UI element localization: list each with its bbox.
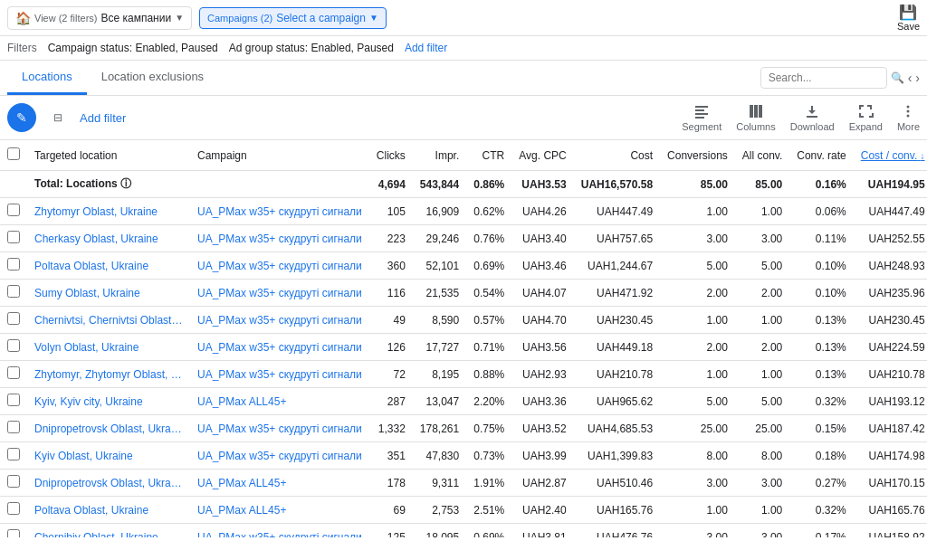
row-checkbox-cell[interactable] [0, 415, 27, 442]
row-checkbox[interactable] [7, 366, 20, 379]
row-checkbox[interactable] [7, 204, 20, 216]
view-selector[interactable]: 🏠 View (2 filters) Все кампании ▼ [7, 6, 192, 30]
row-campaign-cell[interactable]: UA_PMax w35+ скудруті сигнали [190, 334, 369, 361]
save-button[interactable]: 💾 Save [897, 4, 920, 32]
adgroup-status-filter[interactable]: Ad group status: Enabled, Paused [229, 42, 394, 54]
row-checkbox-cell[interactable] [0, 442, 27, 470]
row-campaign-cell[interactable]: UA_PMax ALL45+ [190, 470, 369, 497]
tab-location-exclusions[interactable]: Location exclusions [87, 61, 218, 95]
row-location-cell[interactable]: Cherkasy Oblast, Ukraine [27, 225, 190, 252]
row-campaign-cell[interactable]: UA_PMax w35+ скудруті сигнали [190, 252, 369, 280]
row-campaign-cell[interactable]: UA_PMax w35+ скудруті сигнали [190, 307, 369, 334]
row-all-conv-cell: 3.00 [735, 470, 789, 497]
col-header-avg-cpc[interactable]: Avg. CPC [511, 140, 573, 171]
data-table: Targeted location Campaign Clicks Impr. … [0, 140, 927, 537]
row-checkbox-cell[interactable] [0, 252, 27, 280]
row-checkbox-cell[interactable] [0, 361, 27, 388]
col-header-location[interactable]: Targeted location [27, 140, 190, 171]
row-checkbox[interactable] [7, 394, 20, 406]
row-campaign-cell[interactable]: UA_PMax ALL45+ [190, 497, 369, 524]
campaign-selector[interactable]: Campaigns (2) Select a campaign ▼ [199, 7, 387, 29]
col-header-cost[interactable]: Cost [574, 140, 660, 171]
download-button[interactable]: Download [790, 103, 835, 132]
row-location-cell[interactable]: Volyn Oblast, Ukraine [27, 334, 190, 361]
col-header-all-conv[interactable]: All conv. [735, 140, 789, 171]
row-impr-cell: 18,095 [413, 524, 466, 538]
row-checkbox[interactable] [7, 448, 20, 460]
row-location-cell[interactable]: Chernihiv Oblast, Ukraine [27, 524, 190, 538]
row-checkbox-cell[interactable] [0, 280, 27, 307]
search-input[interactable] [760, 67, 887, 89]
prev-page-icon[interactable]: ‹ [908, 71, 913, 85]
filter-button[interactable]: ⊟ [43, 103, 72, 132]
row-checkbox-cell[interactable] [0, 225, 27, 252]
tab-locations[interactable]: Locations [7, 61, 87, 95]
add-filter-link[interactable]: Add filter [405, 42, 447, 54]
row-checkbox[interactable] [7, 475, 20, 488]
row-location-cell[interactable]: Dnipropetrovsk Oblast, Ukraine [27, 415, 190, 442]
row-location-cell[interactable]: Poltava Oblast, Ukraine [27, 497, 190, 524]
row-checkbox-cell[interactable] [0, 334, 27, 361]
row-location-cell[interactable]: Chernivtsi, Chernivtsi Oblast, Ukraine [27, 307, 190, 334]
row-checkbox[interactable] [7, 502, 20, 515]
row-campaign-cell[interactable]: UA_PMax w35+ скудруті сигнали [190, 280, 369, 307]
col-header-campaign[interactable]: Campaign [190, 140, 369, 171]
row-impr-cell: 17,727 [413, 334, 466, 361]
row-campaign-cell[interactable]: UA_PMax w35+ скудруті сигнали [190, 442, 369, 470]
row-checkbox-cell[interactable] [0, 470, 27, 497]
total-conversions-cell: 85.00 [660, 171, 735, 198]
more-icon [900, 103, 916, 119]
row-location-cell[interactable]: Zhytomyr, Zhytomyr Oblast, Ukraine [27, 361, 190, 388]
row-ctr-cell: 0.75% [466, 415, 511, 442]
total-ctr-cell: 0.86% [466, 171, 511, 198]
segment-button[interactable]: Segment [682, 103, 722, 132]
row-checkbox[interactable] [7, 258, 20, 271]
col-header-conv-rate[interactable]: Conv. rate [789, 140, 853, 171]
svg-point-10 [907, 115, 910, 118]
row-checkbox[interactable] [7, 312, 20, 325]
col-header-cost-conv[interactable]: Cost / conv. ↓ [854, 140, 927, 171]
row-checkbox[interactable] [7, 421, 20, 433]
svg-point-9 [907, 110, 910, 113]
row-clicks-cell: 351 [369, 442, 413, 470]
col-header-conversions[interactable]: Conversions [660, 140, 735, 171]
next-page-icon[interactable]: › [915, 71, 920, 85]
select-all-checkbox[interactable] [7, 147, 20, 160]
row-location-cell[interactable]: Kyiv, Kyiv city, Ukraine [27, 388, 190, 415]
row-checkbox-cell[interactable] [0, 497, 27, 524]
row-campaign-cell[interactable]: UA_PMax ALL45+ [190, 388, 369, 415]
row-campaign-cell[interactable]: UA_PMax w35+ скудруті сигнали [190, 198, 369, 225]
col-header-ctr[interactable]: CTR [466, 140, 511, 171]
col-header-clicks[interactable]: Clicks [369, 140, 413, 171]
search-icon[interactable]: 🔍 [891, 71, 904, 84]
row-location-cell[interactable]: Poltava Oblast, Ukraine [27, 252, 190, 280]
row-checkbox[interactable] [7, 231, 20, 243]
row-location-cell[interactable]: Dnipropetrovsk Oblast, Ukraine [27, 470, 190, 497]
row-all-conv-cell: 8.00 [735, 442, 789, 470]
row-checkbox[interactable] [7, 285, 20, 298]
home-icon: 🏠 [15, 11, 31, 25]
row-location-cell[interactable]: Zhytomyr Oblast, Ukraine [27, 198, 190, 225]
more-button[interactable]: More [897, 103, 920, 132]
row-checkbox[interactable] [7, 529, 20, 537]
row-campaign-cell[interactable]: UA_PMax w35+ скудруті сигнали [190, 524, 369, 538]
edit-button[interactable]: ✎ [7, 103, 36, 132]
row-clicks-cell: 105 [369, 198, 413, 225]
row-location-cell[interactable]: Kyiv Oblast, Ukraine [27, 442, 190, 470]
row-ctr-cell: 0.73% [466, 442, 511, 470]
row-campaign-cell[interactable]: UA_PMax w35+ скудруті сигнали [190, 361, 369, 388]
add-filter-button[interactable]: Add filter [80, 111, 126, 125]
row-checkbox-cell[interactable] [0, 307, 27, 334]
row-checkbox[interactable] [7, 339, 20, 352]
row-campaign-cell[interactable]: UA_PMax w35+ скудруті сигнали [190, 415, 369, 442]
col-header-impr[interactable]: Impr. [413, 140, 466, 171]
expand-button[interactable]: Expand [849, 103, 883, 132]
row-location-cell[interactable]: Sumy Oblast, Ukraine [27, 280, 190, 307]
row-checkbox-cell[interactable] [0, 198, 27, 225]
row-checkbox-cell[interactable] [0, 388, 27, 415]
row-campaign-cell[interactable]: UA_PMax w35+ скудруті сигнали [190, 225, 369, 252]
row-checkbox-cell[interactable] [0, 524, 27, 538]
row-conversions-cell: 1.00 [660, 361, 735, 388]
columns-button[interactable]: Columns [736, 103, 775, 132]
campaign-status-filter[interactable]: Campaign status: Enabled, Paused [48, 42, 218, 54]
